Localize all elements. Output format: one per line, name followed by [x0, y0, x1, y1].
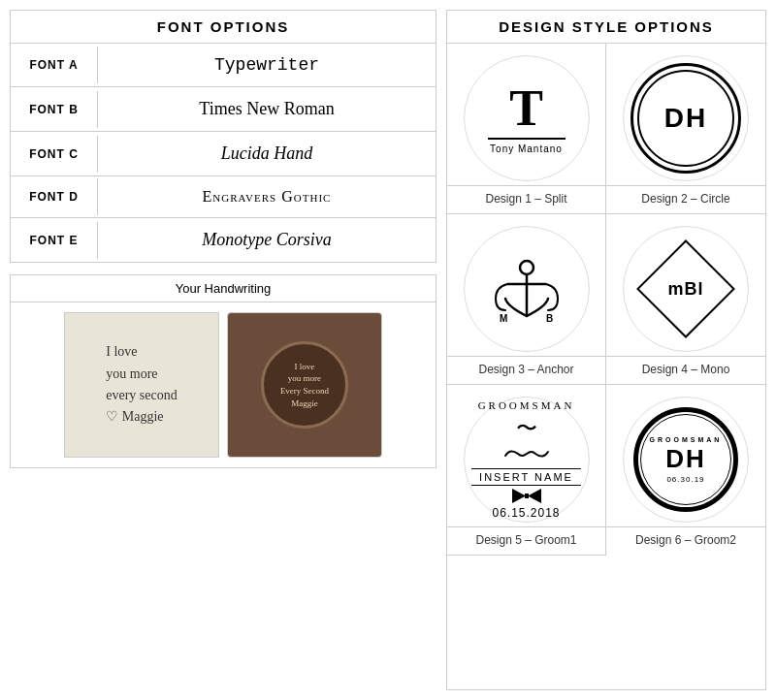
- design-cell-5: GROOMSMAN 〜 INSERT NAME 06.15.2018: [447, 385, 606, 556]
- groom1-name: INSERT NAME: [471, 468, 581, 486]
- bowtie-icon: [512, 489, 541, 503]
- font-row-d: FONT D Engravers Gothic: [11, 176, 436, 218]
- design3-content: M B: [488, 250, 566, 328]
- design-grid: T Tony Mantano Design 1 – Split DH Desig…: [447, 44, 765, 556]
- svg-text:B: B: [546, 313, 553, 324]
- font-label-d: FONT D: [11, 178, 98, 215]
- font-row-c: FONT C Lucida Hand: [11, 132, 436, 176]
- design-label-6: Design 6 – Groom2: [606, 526, 765, 555]
- design-label-2: Design 2 – Circle: [606, 185, 765, 213]
- design-preview-4: mBl: [623, 226, 749, 352]
- handwriting-note-text: I loveyou moreevery second♡ Maggie: [96, 332, 186, 438]
- design-cell-4: mBl Design 4 – Mono: [606, 214, 765, 385]
- design1-content: T Tony Mantano: [488, 83, 566, 154]
- design-cell-2: DH Design 2 – Circle: [606, 44, 765, 214]
- font-name-a: Typewriter: [98, 44, 436, 86]
- design-label-4: Design 4 – Mono: [606, 356, 765, 384]
- design4-content: mBl: [642, 245, 729, 333]
- mustache-svg: [502, 446, 551, 465]
- font-label-b: FONT B: [11, 91, 98, 128]
- font-name-c: Lucida Hand: [98, 132, 436, 175]
- handwriting-title: Your Handwriting: [11, 275, 436, 302]
- design-label-5: Design 5 – Groom1: [447, 526, 605, 555]
- anchor-icon: M B: [488, 250, 566, 328]
- design2-text: DH: [664, 103, 707, 134]
- design2-content: DH: [637, 70, 734, 167]
- groom2-date: 06.30.19: [666, 475, 704, 484]
- handwriting-images: I loveyou moreevery second♡ Maggie I lov…: [11, 302, 436, 467]
- design-cell-3: M B Design 3 – Anchor: [447, 214, 606, 385]
- design5-content: GROOMSMAN 〜 INSERT NAME 06.15.2018: [471, 399, 581, 520]
- groom2-initials: DH: [665, 444, 706, 474]
- design-options-title: DESIGN STYLE OPTIONS: [447, 11, 765, 44]
- svg-text:M: M: [500, 313, 507, 324]
- svg-marker-6: [528, 489, 541, 503]
- design-cell-1: T Tony Mantano Design 1 – Split: [447, 44, 606, 214]
- design4-text: mBl: [667, 279, 703, 300]
- design-cell-6: GROOMSMAN DH 06.30.19 Design 6 – Groom2: [606, 385, 765, 556]
- font-options-section: FONT OPTIONS FONT A Typewriter FONT B Ti…: [10, 10, 436, 263]
- svg-rect-7: [525, 493, 529, 498]
- design-preview-2: DH: [623, 55, 749, 181]
- groom1-title: GROOMSMAN: [478, 399, 575, 411]
- design-preview-5: GROOMSMAN 〜 INSERT NAME 06.15.2018: [464, 397, 590, 523]
- design-preview-6: GROOMSMAN DH 06.30.19: [623, 397, 749, 523]
- font-name-d: Engravers Gothic: [98, 176, 436, 217]
- font-name-b: Times New Roman: [98, 87, 436, 131]
- mustache-icon: 〜: [516, 414, 537, 443]
- design6-content: GROOMSMAN DH 06.30.19: [632, 406, 739, 513]
- design1-divider: [488, 138, 566, 140]
- groom1-date: 06.15.2018: [492, 506, 560, 520]
- design-preview-3: M B: [464, 226, 590, 352]
- design-preview-1: T Tony Mantano: [464, 55, 590, 181]
- design-label-1: Design 1 – Split: [447, 185, 605, 213]
- design6-inner-content: GROOMSMAN DH 06.30.19: [650, 436, 723, 484]
- right-column: DESIGN STYLE OPTIONS T Tony Mantano Desi…: [446, 10, 766, 690]
- font-name-e: Monotype Corsiva: [98, 218, 436, 262]
- handwriting-note-image: I loveyou moreevery second♡ Maggie: [64, 312, 219, 458]
- left-column: FONT OPTIONS FONT A Typewriter FONT B Ti…: [10, 10, 436, 690]
- watch-image: I loveyou moreEvery SecondMaggie: [227, 312, 382, 458]
- font-label-a: FONT A: [11, 47, 98, 83]
- font-row-b: FONT B Times New Roman: [11, 87, 436, 132]
- groom2-title: GROOMSMAN: [650, 436, 723, 443]
- handwriting-section: Your Handwriting I loveyou moreevery sec…: [10, 274, 436, 468]
- font-label-c: FONT C: [11, 136, 98, 173]
- design-label-3: Design 3 – Anchor: [447, 356, 605, 384]
- svg-point-0: [520, 261, 534, 274]
- font-row-a: FONT A Typewriter: [11, 44, 436, 87]
- design1-letter: T: [509, 83, 543, 134]
- font-label-e: FONT E: [11, 222, 98, 259]
- font-row-e: FONT E Monotype Corsiva: [11, 218, 436, 262]
- watch-face: I loveyou moreEvery SecondMaggie: [261, 341, 348, 429]
- font-options-title: FONT OPTIONS: [11, 11, 436, 44]
- svg-marker-5: [512, 489, 526, 503]
- design1-name: Tony Mantano: [490, 143, 563, 154]
